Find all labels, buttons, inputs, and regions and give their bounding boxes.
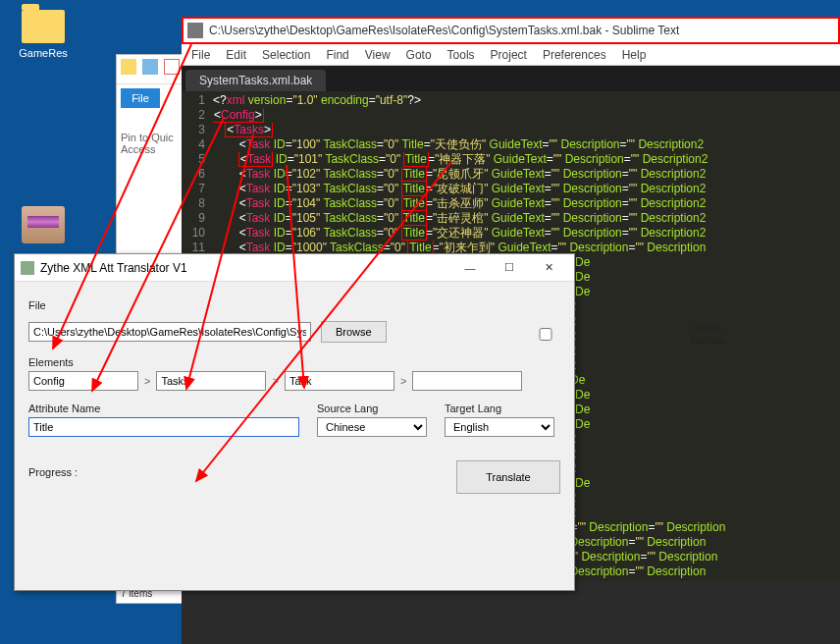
code-line[interactable]: <Task ID="100" TaskClass="0" Title="天使负伤… — [213, 137, 840, 152]
element-input-1[interactable] — [28, 371, 138, 391]
source-lang-select[interactable]: Chinese — [317, 417, 427, 437]
sublime-menubar: FileEditSelectionFindViewGotoToolsProjec… — [182, 44, 840, 66]
menu-view[interactable]: View — [365, 48, 391, 62]
browse-button[interactable]: Browse — [321, 321, 387, 343]
backup-checkbox[interactable] — [404, 328, 687, 341]
line-number: 7 — [182, 182, 213, 196]
line-number: 4 — [182, 137, 213, 152]
translate-button[interactable]: Translate — [456, 460, 560, 494]
menu-help[interactable]: Help — [622, 48, 647, 62]
menu-tools[interactable]: Tools — [447, 48, 475, 62]
menu-edit[interactable]: Edit — [226, 48, 246, 62]
maximize-button[interactable]: ☐ — [490, 254, 529, 282]
line-number: 1 — [182, 93, 213, 108]
code-line[interactable]: <Task ID="105" TaskClass="0" Title="击碎灵棺… — [213, 211, 840, 226]
element-input-4[interactable] — [412, 371, 522, 391]
app-icon — [21, 261, 34, 275]
attribute-input[interactable] — [28, 417, 299, 437]
code-line[interactable]: <?xml version="1.0" encoding="utf-8"?> — [213, 93, 840, 108]
code-line[interactable]: <Tasks> — [213, 123, 840, 137]
code-line[interactable]: <Task ID="102" TaskClass="0" Title="昆顿爪牙… — [213, 167, 840, 182]
explorer-file-tab[interactable]: File — [121, 88, 160, 108]
separator: > — [400, 375, 406, 387]
attr-label: Attribute Name — [28, 402, 299, 414]
target-lang-label: Target Lang — [445, 402, 554, 414]
menu-file[interactable]: File — [191, 48, 210, 62]
progress-label: Progress : — [28, 466, 78, 478]
archive-icon — [22, 206, 65, 243]
qat-icon — [164, 59, 180, 75]
sublime-tabs: SystemTasks.xml.bak — [182, 66, 840, 91]
minimize-button[interactable]: — — [450, 254, 490, 282]
line-number: 8 — [182, 196, 213, 211]
translator-dialog: Zythe XML Att Translator V1 — ☐ ✕ File B… — [14, 253, 575, 591]
qat-icon — [142, 59, 158, 75]
code-line[interactable]: <Task ID="104" TaskClass="0" Title="击杀巫师… — [213, 196, 840, 211]
code-line[interactable]: <Task ID="106" TaskClass="0" Title="交还神器… — [213, 226, 840, 241]
target-lang-select[interactable]: English — [445, 417, 554, 437]
desktop-icon-folder[interactable]: GameRes — [12, 10, 75, 59]
folder-icon — [121, 59, 136, 75]
app-icon — [187, 23, 203, 38]
menu-find[interactable]: Find — [326, 48, 348, 62]
element-input-2[interactable] — [156, 371, 266, 391]
progress-bar — [28, 478, 78, 488]
menu-goto[interactable]: Goto — [406, 48, 432, 62]
line-number: 3 — [182, 123, 213, 137]
create-backup-checkbox[interactable]: Create Backup — [404, 322, 727, 346]
line-number: 5 — [182, 152, 213, 167]
separator: > — [272, 375, 278, 387]
menu-selection[interactable]: Selection — [262, 48, 310, 62]
code-line[interactable]: <Task ID="101" TaskClass="0" Title="神器下落… — [213, 152, 840, 167]
editor-tab[interactable]: SystemTasks.xml.bak — [185, 70, 326, 91]
menu-project[interactable]: Project — [491, 48, 527, 62]
close-button[interactable]: ✕ — [529, 254, 568, 282]
dialog-title: Zythe XML Att Translator V1 — [40, 261, 450, 275]
desktop-icon-archive[interactable] — [12, 206, 75, 247]
line-number: 6 — [182, 167, 213, 182]
dialog-titlebar: Zythe XML Att Translator V1 — ☐ ✕ — [15, 254, 574, 282]
code-line[interactable]: <Task ID="103" TaskClass="0" Title="攻破城门… — [213, 182, 840, 196]
file-input[interactable] — [28, 322, 311, 342]
separator: > — [144, 375, 150, 387]
sublime-titlebar: C:\Users\zythe\Desktop\GameRes\IsolateRe… — [182, 17, 840, 44]
code-line[interactable]: <Config> — [213, 108, 840, 123]
explorer-pin-label: Pin to QuicAccess — [117, 112, 185, 175]
file-label: File — [28, 299, 560, 311]
menu-preferences[interactable]: Preferences — [543, 48, 606, 62]
window-title: C:\Users\zythe\Desktop\GameRes\IsolateRe… — [209, 24, 679, 37]
elements-label: Elements — [28, 356, 560, 368]
line-number: 9 — [182, 211, 213, 226]
line-number: 2 — [182, 108, 213, 123]
line-number: 10 — [182, 226, 213, 241]
folder-icon — [22, 10, 65, 43]
source-lang-label: Source Lang — [317, 402, 427, 414]
icon-label: GameRes — [12, 47, 75, 59]
element-input-3[interactable] — [285, 371, 394, 391]
explorer-qat — [117, 55, 185, 84]
